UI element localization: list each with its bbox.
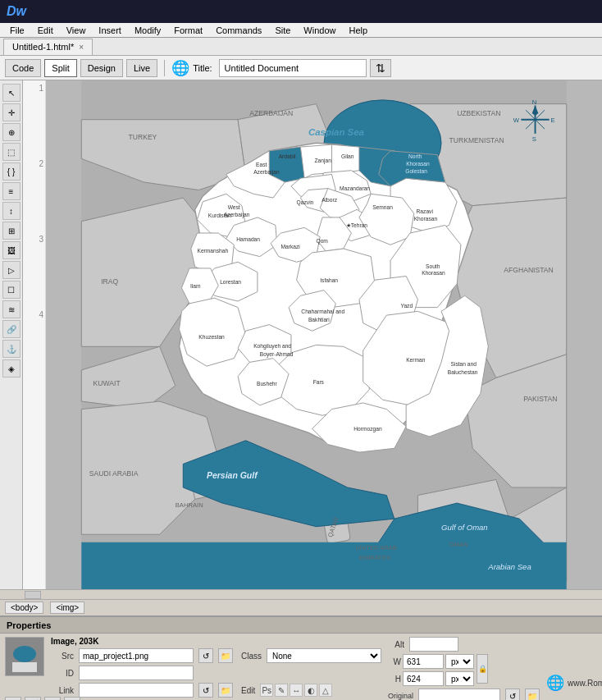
oman-label: OMAN xyxy=(449,541,468,548)
menu-bar: File Edit View Insert Modify Format Comm… xyxy=(0,23,602,38)
width-input[interactable] xyxy=(403,654,444,669)
w-unit-select[interactable]: px xyxy=(445,654,474,669)
menu-edit[interactable]: Edit xyxy=(31,23,60,37)
toolbar-separator xyxy=(164,60,165,76)
tool-hotspot[interactable]: ◈ xyxy=(2,359,21,377)
menu-file[interactable]: File xyxy=(3,23,31,37)
menu-modify[interactable]: Modify xyxy=(128,23,167,37)
emirates-label: EMIRATES xyxy=(359,554,390,561)
kuwait-label: KUWAIT xyxy=(93,379,121,387)
alborz-label: Alborz xyxy=(322,197,338,203)
alt-row: Alt xyxy=(388,637,540,652)
azerbaijan-label: AZERBAIJAN xyxy=(249,109,293,117)
class-select[interactable]: None xyxy=(267,648,381,663)
tool-poly-hotspot[interactable]: ⬠ xyxy=(64,697,80,700)
code-button[interactable]: Code xyxy=(5,59,41,77)
src-label: Src xyxy=(51,652,74,661)
tool-media[interactable]: ▷ xyxy=(2,261,21,279)
line-4: 4 xyxy=(25,310,43,386)
ilam-label: Ilam xyxy=(190,283,201,289)
edit-icon-3[interactable]: ↔ xyxy=(290,684,303,697)
tool-format[interactable]: ≡ xyxy=(2,182,21,200)
tool-table[interactable]: ⊞ xyxy=(2,222,21,240)
romaak-text: www.Romaak.ir xyxy=(568,679,602,688)
lorestan-label: Lorestan xyxy=(220,279,241,285)
tool-select[interactable]: ✛ xyxy=(2,103,21,121)
isfahan-label: Isfahan xyxy=(320,277,338,283)
menu-view[interactable]: View xyxy=(60,23,93,37)
title-bar: Dw xyxy=(0,0,602,23)
svg-text:Boyer-Ahmad: Boyer-Ahmad xyxy=(260,351,294,358)
image-info-label: Image, 203K xyxy=(51,637,98,646)
tool-form[interactable]: ☐ xyxy=(2,281,21,299)
edit-icon-4[interactable]: ◐ xyxy=(304,684,317,697)
tool-rect-hotspot[interactable]: ⬜ xyxy=(25,697,41,700)
tab-close-icon[interactable]: × xyxy=(79,43,84,52)
tool-anchor[interactable]: ⚓ xyxy=(2,340,21,358)
tool-pointer[interactable]: ↖ xyxy=(5,697,21,700)
markazi-label: Markazi xyxy=(281,244,301,249)
tool-zoom[interactable]: ⊕ xyxy=(2,123,21,141)
kerman-label: Kerman xyxy=(406,357,426,363)
original-input[interactable] xyxy=(418,689,500,700)
scrollbar-thumb[interactable] xyxy=(25,591,41,599)
tab-untitled[interactable]: Untitled-1.html* × xyxy=(3,39,93,55)
id-input[interactable] xyxy=(79,666,194,680)
properties-title: Properties xyxy=(7,620,51,630)
tool-arrow[interactable]: ↖ xyxy=(2,84,21,102)
width-row: W px xyxy=(388,654,474,669)
link-folder-icon[interactable]: 📁 xyxy=(218,683,233,698)
svg-text:N: N xyxy=(532,98,537,106)
h-unit-select[interactable]: px xyxy=(445,671,474,686)
original-refresh-icon[interactable]: ↺ xyxy=(505,689,520,700)
tool-circle-hotspot[interactable]: ○ xyxy=(44,697,61,700)
menu-insert[interactable]: Insert xyxy=(92,23,128,37)
hamadan-label: Hamadan xyxy=(236,236,260,242)
edit-icon-2[interactable]: ✎ xyxy=(275,684,288,697)
breadcrumb-body[interactable]: <body> xyxy=(5,602,43,614)
link-input[interactable] xyxy=(79,683,194,698)
iraq-label: IRAQ xyxy=(101,277,118,286)
design-button[interactable]: Design xyxy=(80,59,123,77)
bahrain-label: BAHRAIN xyxy=(176,501,203,509)
menu-format[interactable]: Format xyxy=(167,23,209,37)
breadcrumb-img[interactable]: <img> xyxy=(50,602,84,614)
tool-image[interactable]: 🖼 xyxy=(2,241,21,259)
link-refresh-icon[interactable]: ↺ xyxy=(198,683,213,698)
map-container: TURKEY AZERBAIJAN UZBEKISTAN TURKMENISTA… xyxy=(46,80,602,589)
hormozgan-label: Hormozgan xyxy=(353,426,382,432)
live-button[interactable]: Live xyxy=(126,59,157,77)
tool-hyperlink[interactable]: 🔗 xyxy=(2,320,21,338)
svg-text:Baluchestan: Baluchestan xyxy=(448,369,478,375)
title-input[interactable] xyxy=(219,59,367,77)
fars-label: Fars xyxy=(313,379,325,385)
romaak-logo: 🌐 www.Romaak.ir xyxy=(546,674,602,692)
split-button[interactable]: Split xyxy=(44,59,76,77)
height-input[interactable] xyxy=(403,671,444,686)
src-refresh-icon[interactable]: ↺ xyxy=(198,648,213,663)
globe-icon[interactable]: 🌐 xyxy=(171,59,189,77)
inspect-button[interactable]: ⇅ xyxy=(370,59,391,77)
original-folder-icon[interactable]: 📁 xyxy=(525,689,540,700)
map-svg: TURKEY AZERBAIJAN UZBEKISTAN TURKMENISTA… xyxy=(46,80,602,589)
src-input[interactable] xyxy=(79,648,194,663)
tool-code[interactable]: { } xyxy=(2,162,21,181)
src-folder-icon[interactable]: 📁 xyxy=(218,648,233,663)
tool-insert[interactable]: ⬚ xyxy=(2,143,21,161)
photoshop-icon[interactable]: Ps xyxy=(260,684,273,697)
menu-window[interactable]: Window xyxy=(297,23,342,37)
menu-commands[interactable]: Commands xyxy=(209,23,268,37)
lock-icon[interactable]: 🔒 xyxy=(477,654,488,684)
qazvin-label: Qazvin xyxy=(297,199,314,206)
scrollbar-h[interactable] xyxy=(0,589,602,599)
alt-input[interactable] xyxy=(409,637,458,652)
menu-site[interactable]: Site xyxy=(268,23,297,37)
tool-data[interactable]: ≋ xyxy=(2,300,21,318)
khuzestan-label: Khuzestan xyxy=(198,334,225,340)
svg-text:S: S xyxy=(532,135,536,143)
properties-content: Image, 203K Src ↺ 📁 Class None ID Link ↺ xyxy=(0,634,602,695)
tool-cursor[interactable]: ↕ xyxy=(2,202,21,220)
menu-help[interactable]: Help xyxy=(342,23,374,37)
edit-icon-5[interactable]: △ xyxy=(319,684,332,697)
image-thumbnail xyxy=(5,637,44,676)
